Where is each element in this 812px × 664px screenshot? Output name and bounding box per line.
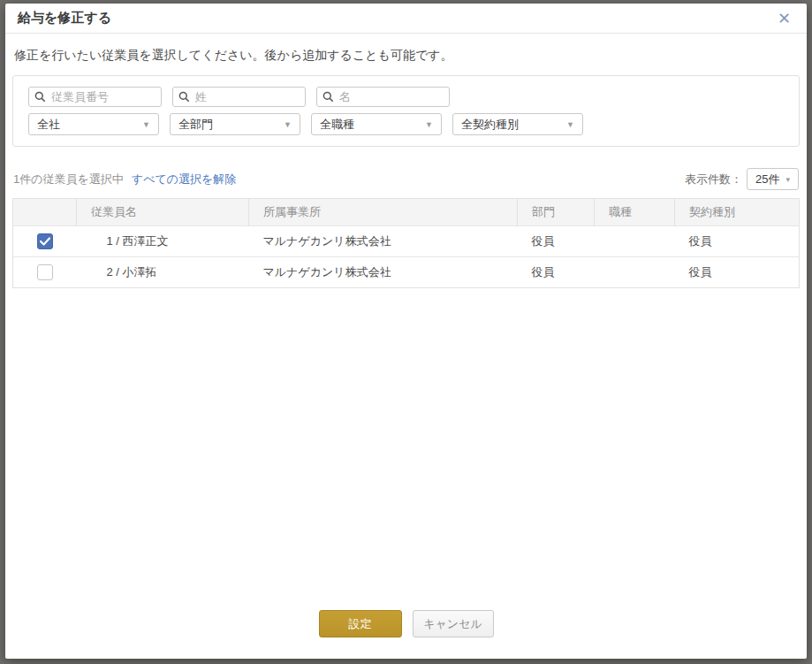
- company-dropdown[interactable]: 全社 ▼: [28, 113, 159, 135]
- chevron-down-icon: ▼: [284, 120, 292, 129]
- chevron-down-icon: ▼: [425, 120, 433, 129]
- cell-job-type: [595, 226, 675, 257]
- cell-department: 役員: [518, 226, 595, 257]
- check-icon: [40, 237, 50, 246]
- dropdown-row: 全社 ▼ 全部門 ▼ 全職種 ▼ 全契約種別 ▼: [28, 113, 784, 135]
- first-name-search: [316, 87, 450, 107]
- cell-employee-name: 1 / 西澤正文: [77, 226, 249, 257]
- chevron-down-icon: ▾: [785, 175, 790, 184]
- row-checkbox[interactable]: [37, 264, 53, 280]
- company-dropdown-value: 全社: [37, 117, 60, 133]
- close-icon[interactable]: ✕: [774, 9, 794, 28]
- instruction-text: 修正を行いたい従業員を選択してください。後から追加することも可能です。: [14, 48, 798, 64]
- header-checkbox-column: [13, 199, 77, 226]
- modal-header: 給与を修正する ✕: [5, 4, 807, 34]
- header-contract-type: 契約種別: [675, 199, 800, 226]
- filter-panel: 全社 ▼ 全部門 ▼ 全職種 ▼ 全契約種別 ▼: [12, 75, 800, 147]
- selection-status-row: 1件の従業員を選択中 すべての選択を解除 表示件数： 25件 ▾: [13, 168, 799, 190]
- header-office: 所属事業所: [249, 199, 518, 226]
- header-department: 部門: [518, 199, 595, 226]
- employee-number-search: [28, 87, 162, 107]
- cell-office: マルナゲカンリ株式会社: [249, 257, 518, 288]
- contract-type-dropdown-value: 全契約種別: [461, 117, 519, 133]
- page-size-dropdown[interactable]: 25件 ▾: [747, 168, 799, 190]
- employee-table: 従業員名 所属事業所 部門 職種 契約種別 1 / 西澤正文 マルナゲカンリ株式…: [12, 198, 800, 288]
- job-type-dropdown[interactable]: 全職種 ▼: [311, 113, 442, 135]
- employee-table-wrap: 従業員名 所属事業所 部門 職種 契約種別 1 / 西澤正文 マルナゲカンリ株式…: [12, 198, 800, 288]
- page-size-label: 表示件数：: [685, 172, 742, 187]
- cell-office: マルナゲカンリ株式会社: [249, 226, 518, 257]
- cell-employee-name: 2 / 小澤拓: [77, 257, 249, 288]
- edit-salary-modal: 給与を修正する ✕ 修正を行いたい従業員を選択してください。後から追加することも…: [5, 4, 807, 659]
- header-job-type: 職種: [595, 199, 675, 226]
- contract-type-dropdown[interactable]: 全契約種別 ▼: [452, 113, 583, 135]
- modal-title: 給与を修正する: [18, 10, 111, 27]
- cell-job-type: [595, 257, 675, 288]
- table-row[interactable]: 1 / 西澤正文 マルナゲカンリ株式会社 役員 役員: [13, 226, 800, 257]
- submit-button[interactable]: 設定: [319, 610, 402, 637]
- search-row: [28, 87, 784, 107]
- department-dropdown[interactable]: 全部門 ▼: [170, 113, 300, 135]
- table-header-row: 従業員名 所属事業所 部門 職種 契約種別: [13, 199, 800, 226]
- selection-count-text: 1件の従業員を選択中: [13, 172, 124, 187]
- header-employee-name: 従業員名: [77, 199, 249, 226]
- department-dropdown-value: 全部門: [178, 117, 213, 133]
- chevron-down-icon: ▼: [142, 120, 150, 129]
- cell-contract-type: 役員: [675, 257, 800, 288]
- row-checkbox[interactable]: [37, 233, 53, 249]
- cell-contract-type: 役員: [675, 226, 800, 257]
- cancel-button[interactable]: キャンセル: [413, 610, 494, 637]
- modal-footer: 設定 キャンセル: [5, 610, 807, 659]
- first-name-input[interactable]: [316, 87, 450, 107]
- clear-selection-link[interactable]: すべての選択を解除: [132, 172, 237, 187]
- last-name-search: [172, 87, 306, 107]
- job-type-dropdown-value: 全職種: [320, 117, 354, 133]
- last-name-input[interactable]: [172, 87, 306, 107]
- cell-department: 役員: [518, 257, 595, 288]
- page-size-value: 25件: [755, 172, 779, 187]
- chevron-down-icon: ▼: [566, 120, 574, 129]
- table-row[interactable]: 2 / 小澤拓 マルナゲカンリ株式会社 役員 役員: [13, 257, 800, 288]
- employee-number-input[interactable]: [28, 87, 162, 107]
